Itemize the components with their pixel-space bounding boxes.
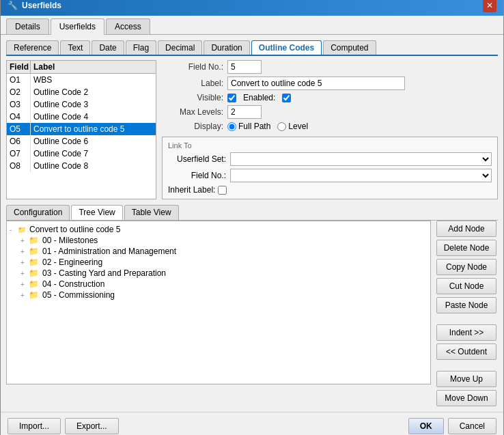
label-o3: Outline Code 3	[31, 98, 156, 111]
field-no2-row: Field No.:	[168, 169, 492, 182]
tab-reference[interactable]: Reference	[6, 40, 59, 55]
tab-outline-codes[interactable]: Outline Codes	[251, 40, 322, 55]
tree-expand-icon: -	[10, 226, 16, 234]
tab-access[interactable]: Access	[106, 18, 150, 34]
move-up-button[interactable]: Move Up	[436, 371, 496, 387]
tab-duration[interactable]: Duration	[204, 40, 249, 55]
expand-icon-3: +	[20, 270, 27, 277]
tab-table-view[interactable]: Table View	[124, 205, 179, 220]
full-path-radio[interactable]	[227, 122, 236, 131]
tree-root[interactable]: - 📁 Convert to outline code 5	[10, 224, 428, 235]
main-tabs: Details Userfields Access	[1, 16, 503, 35]
cancel-button[interactable]: Cancel	[448, 418, 496, 434]
table-row[interactable]: O7 Outline Code 7	[7, 148, 156, 160]
link-to-title: Link To	[168, 141, 492, 150]
inherit-checkbox[interactable]	[218, 186, 227, 195]
field-o2: O2	[7, 86, 31, 98]
enabled-checkbox-item[interactable]	[282, 94, 291, 102]
ok-button[interactable]: OK	[408, 418, 444, 434]
table-row[interactable]: O1 WBS	[7, 74, 156, 86]
tab-computed[interactable]: Computed	[323, 40, 376, 55]
expand-icon-5: +	[20, 292, 27, 299]
display-label: Display:	[162, 122, 223, 131]
tab-date[interactable]: Date	[92, 40, 124, 55]
tab-tree-view[interactable]: Tree View	[71, 205, 122, 220]
node-label-4: 04 - Construction	[42, 279, 104, 289]
header-label: Label	[31, 61, 156, 73]
tab-configuration[interactable]: Configuration	[6, 205, 70, 220]
table-row[interactable]: O2 Outline Code 2	[7, 86, 156, 98]
tab-decimal[interactable]: Decimal	[158, 40, 202, 55]
full-path-radio-item[interactable]: Full Path	[227, 122, 270, 131]
field-o4: O4	[7, 111, 31, 123]
folder-icon-0: 📁	[29, 236, 39, 245]
userfields-dialog: 🔧 Userfields ✕ Details Userfields Access…	[0, 0, 504, 435]
expand-icon-0: +	[20, 237, 27, 244]
title-bar: 🔧 Userfields ✕	[1, 0, 503, 16]
visible-checkbox[interactable]	[227, 94, 236, 102]
field-o1: O1	[7, 74, 31, 86]
tab-flag[interactable]: Flag	[126, 40, 156, 55]
tab-details[interactable]: Details	[6, 18, 49, 34]
node-label-0: 00 - Milestones	[42, 236, 98, 245]
folder-icon-5: 📁	[29, 290, 39, 300]
footer: Import... Export... OK Cancel	[1, 412, 503, 435]
table-row[interactable]: O6 Outline Code 6	[7, 135, 156, 148]
close-button[interactable]: ✕	[483, 0, 496, 12]
cut-node-button[interactable]: Cut Node	[436, 278, 496, 294]
table-row[interactable]: O4 Outline Code 4	[7, 111, 156, 123]
field-o8: O8	[7, 160, 31, 172]
level-label: Level	[288, 122, 308, 131]
paste-node-button[interactable]: Paste Node	[436, 297, 496, 313]
import-button[interactable]: Import...	[8, 418, 61, 434]
label-o4: Outline Code 4	[31, 111, 156, 123]
label-o2: Outline Code 2	[31, 86, 156, 98]
outdent-button[interactable]: << Outdent	[436, 343, 496, 360]
tree-node-1[interactable]: + 📁 01 - Administration and Management	[10, 246, 428, 257]
header-field: Field	[7, 61, 31, 73]
tree-node-5[interactable]: + 📁 05 - Commissioning	[10, 290, 428, 300]
export-button[interactable]: Export...	[65, 418, 119, 434]
tree-node-0[interactable]: + 📁 00 - Milestones	[10, 235, 428, 246]
tree-node-3[interactable]: + 📁 03 - Casting Yard and Preparation	[10, 268, 428, 279]
level-radio-item[interactable]: Level	[277, 122, 308, 131]
bottom-section: Configuration Tree View Table View - 📁 C…	[6, 205, 498, 406]
folder-icon-4: 📁	[29, 279, 39, 289]
tab-userfields[interactable]: Userfields	[51, 18, 104, 35]
footer-left: Import... Export...	[8, 418, 119, 434]
enabled-checkbox[interactable]	[282, 94, 291, 102]
right-panel: Field No.: Label: Visible:	[162, 60, 498, 199]
node-label-5: 05 - Commissioning	[42, 290, 115, 300]
display-row: Display: Full Path Level	[162, 122, 498, 131]
field-no2-select[interactable]	[230, 169, 492, 182]
inherit-label: Inherit Label:	[168, 185, 215, 195]
checkbox-group: Enabled:	[227, 93, 291, 102]
tree-panel-wrapper: - 📁 Convert to outline code 5 + 📁 00 - M…	[6, 221, 498, 406]
form-grid: Field No.: Label: Visible:	[162, 60, 498, 199]
field-no-input[interactable]	[227, 60, 262, 74]
field-no2-label: Field No.:	[168, 171, 226, 180]
tab-text[interactable]: Text	[60, 40, 90, 55]
label-input[interactable]	[227, 76, 405, 90]
table-row[interactable]: O3 Outline Code 3	[7, 98, 156, 111]
visible-checkbox-item[interactable]	[227, 94, 236, 102]
level-radio[interactable]	[277, 122, 286, 131]
bottom-tabs: Configuration Tree View Table View	[6, 205, 498, 221]
table-row-selected[interactable]: O5 Convert to outline code 5	[7, 123, 156, 135]
tree-node-2[interactable]: + 📁 02 - Engineering	[10, 257, 428, 268]
field-o6: O6	[7, 135, 31, 148]
add-node-button[interactable]: Add Node	[436, 221, 496, 237]
max-levels-input[interactable]	[227, 105, 262, 119]
userfield-set-select[interactable]	[230, 152, 492, 166]
indent-button[interactable]: Indent >>	[436, 324, 496, 341]
tree-node-4[interactable]: + 📁 04 - Construction	[10, 279, 428, 290]
delete-node-button[interactable]: Delete Node	[436, 240, 496, 256]
field-list: Field Label O1 WBS O2 Outline Code 2 O3 …	[6, 60, 156, 199]
label-row: Label:	[162, 76, 498, 90]
inherit-row: Inherit Label:	[168, 185, 492, 195]
tree-panel[interactable]: - 📁 Convert to outline code 5 + 📁 00 - M…	[6, 221, 431, 384]
move-down-button[interactable]: Move Down	[436, 390, 496, 406]
table-row[interactable]: O8 Outline Code 8	[7, 160, 156, 172]
btn-spacer	[436, 316, 498, 322]
copy-node-button[interactable]: Copy Node	[436, 259, 496, 275]
